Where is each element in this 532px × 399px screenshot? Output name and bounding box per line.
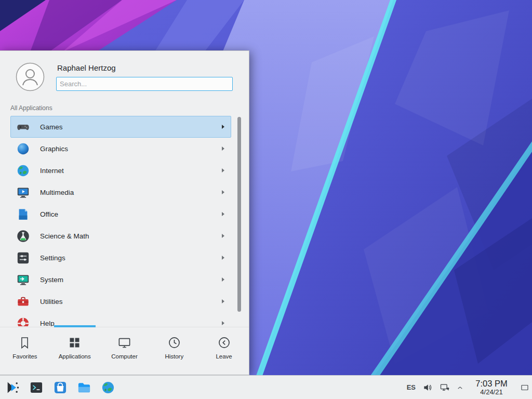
taskbar: ES 7:03 PM 4/24/21 [0, 375, 532, 399]
taskbar-app-launcher[interactable] [5, 380, 20, 395]
clock-date: 4/24/21 [470, 388, 513, 396]
chevron-right-icon [222, 168, 224, 172]
volume-icon[interactable] [422, 382, 433, 393]
section-label: All Applications [10, 104, 52, 112]
chevron-right-icon [222, 190, 224, 194]
category-item-system[interactable]: System [10, 269, 231, 290]
tab-favorites[interactable]: Favorites [0, 327, 50, 375]
computer-monitor-icon [117, 336, 131, 350]
tab-leave[interactable]: Leave [199, 327, 249, 375]
category-item-help[interactable]: Help [10, 312, 231, 326]
category-item-internet[interactable]: Internet [10, 159, 231, 181]
chevron-right-icon [222, 277, 224, 282]
system-monitor-icon [16, 273, 30, 287]
category-label: Multimedia [40, 189, 74, 196]
tab-label: Computer [111, 353, 138, 360]
taskbar-web-browser[interactable] [101, 380, 115, 395]
tab-computer[interactable]: Computer [100, 327, 150, 375]
tab-label: Leave [216, 353, 232, 360]
multimedia-monitor-icon [16, 185, 30, 200]
system-tray: ES 7:03 PM 4/24/21 [407, 378, 532, 397]
browser-globe-icon [101, 388, 115, 396]
utilities-toolbox-icon [16, 295, 30, 309]
taskbar-app-icons [0, 380, 115, 395]
category-label: Science & Math [40, 232, 89, 240]
bookmark-icon [18, 336, 32, 350]
category-item-graphics[interactable]: Graphics [10, 138, 231, 159]
desktop: Raphael Hertzog All Applications GamesGr… [0, 0, 532, 399]
gamepad-icon [16, 120, 30, 134]
category-item-science-math[interactable]: Science & Math [10, 225, 231, 247]
tab-applications[interactable]: Applications [50, 327, 100, 375]
category-label: Internet [40, 167, 64, 175]
chevron-right-icon [222, 125, 224, 129]
keyboard-layout-indicator[interactable]: ES [407, 383, 416, 391]
network-icon[interactable] [440, 382, 450, 393]
user-avatar-icon[interactable] [16, 62, 45, 91]
tab-label: Applications [59, 353, 91, 360]
chevron-right-icon [222, 234, 224, 238]
taskbar-terminal[interactable] [29, 380, 44, 395]
taskbar-file-manager[interactable] [77, 380, 91, 395]
science-flask-icon [16, 229, 30, 243]
digital-clock[interactable]: 7:03 PM 4/24/21 [470, 379, 513, 396]
tab-history[interactable]: History [149, 327, 199, 375]
scrollbar[interactable] [237, 117, 241, 312]
app-grid-icon [68, 336, 82, 350]
category-label: Games [40, 123, 63, 131]
user-name: Raphael Hertzog [57, 63, 116, 72]
category-label: Settings [40, 254, 65, 262]
folder-icon [77, 388, 91, 396]
help-lifesaver-icon [16, 316, 30, 327]
chevron-right-icon [222, 299, 224, 303]
category-list: GamesGraphicsInternetMultimediaOfficeSci… [10, 116, 231, 326]
tab-label: History [165, 353, 183, 360]
launcher-tab-bar: FavoritesApplicationsComputerHistoryLeav… [0, 327, 249, 375]
chevron-right-icon [222, 212, 224, 216]
chevron-right-icon [222, 256, 224, 260]
category-label: Help [40, 320, 55, 327]
leave-icon [217, 336, 231, 350]
category-item-office[interactable]: Office [10, 203, 231, 225]
category-label: Graphics [40, 145, 68, 153]
kickoff-icon [5, 388, 20, 396]
taskbar-software-center[interactable] [53, 380, 68, 395]
clock-time: 7:03 PM [470, 379, 513, 388]
graphics-orb-icon [16, 142, 30, 156]
terminal-icon [29, 388, 44, 396]
category-label: Utilities [40, 298, 63, 305]
category-item-games[interactable]: Games [10, 116, 231, 138]
category-item-settings[interactable]: Settings [10, 247, 231, 269]
tab-label: Favorites [12, 353, 37, 360]
category-label: System [40, 276, 63, 284]
show-desktop-button[interactable] [520, 378, 530, 397]
globe-icon [16, 164, 30, 178]
office-document-icon [16, 207, 30, 221]
history-clock-icon [167, 336, 181, 350]
category-label: Office [40, 210, 58, 218]
discover-icon [53, 388, 68, 396]
category-item-multimedia[interactable]: Multimedia [10, 181, 231, 203]
expand-tray-caret-icon[interactable] [457, 384, 463, 391]
settings-sliders-icon [16, 251, 30, 265]
chevron-right-icon [222, 321, 224, 325]
search-input[interactable] [56, 77, 233, 91]
chevron-right-icon [222, 147, 224, 151]
category-item-utilities[interactable]: Utilities [10, 290, 231, 312]
application-launcher-menu: Raphael Hertzog All Applications GamesGr… [0, 50, 249, 375]
